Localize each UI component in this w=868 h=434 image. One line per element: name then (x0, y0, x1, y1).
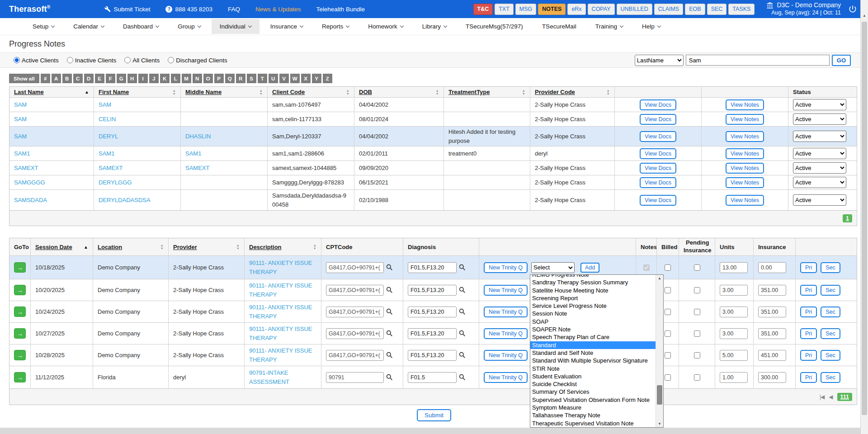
alphabet-letter-button[interactable]: E (95, 74, 104, 83)
claims-button[interactable]: CLAIMS (654, 4, 684, 15)
scroll-down-icon[interactable]: ▼ (656, 422, 663, 426)
view-docs-button[interactable]: View Docs (640, 195, 676, 206)
client-middle-name-link[interactable]: SAM1 (185, 150, 201, 157)
note-type-option[interactable]: Tallahassee Therapy Note (530, 411, 656, 419)
client-first-name-link[interactable]: SAM1 (99, 150, 114, 157)
nav-homework[interactable]: Homework (360, 19, 411, 34)
nav-reports[interactable]: Reports (314, 19, 357, 34)
page-scrollbar[interactable]: ▲ (860, 0, 868, 434)
pri-button[interactable]: Pri (800, 285, 817, 296)
goto-session-button[interactable]: → (14, 307, 26, 317)
billed-checkbox[interactable] (665, 287, 671, 293)
note-type-option[interactable]: Standard and Self Note (530, 349, 656, 357)
show-all-button[interactable]: Show all (9, 74, 39, 83)
alphabet-letter-button[interactable]: F (106, 74, 115, 83)
go-button[interactable]: GO (832, 55, 851, 66)
txt-button[interactable]: TXT (495, 4, 514, 15)
client-status-select[interactable]: Active (793, 99, 846, 110)
new-trinity-q-button[interactable]: New Trinity Q (484, 307, 528, 317)
new-trinity-q-button[interactable]: New Trinity Q (484, 262, 528, 273)
sessions-page-button[interactable]: 111 (837, 393, 852, 401)
client-last-name-link[interactable]: SAM1 (14, 150, 30, 157)
cpt-code-input[interactable] (326, 262, 384, 273)
scroll-up-icon[interactable]: ▲ (656, 276, 663, 280)
alphabet-letter-button[interactable]: R (236, 74, 245, 83)
view-notes-button[interactable]: View Notes (726, 163, 764, 174)
cpt-search-icon[interactable] (386, 264, 393, 271)
search-by-select[interactable]: LastName (635, 55, 684, 66)
diagnosis-input[interactable] (408, 262, 457, 273)
nav-insurance[interactable]: Insurance (262, 19, 311, 34)
alphabet-letter-button[interactable]: W (290, 74, 300, 83)
client-last-name-link[interactable]: SAM (14, 101, 27, 108)
phone-link[interactable]: ? 888 435 8203 (165, 6, 212, 13)
diagnosis-search-icon[interactable] (459, 308, 466, 315)
units-input[interactable] (720, 262, 748, 273)
note-type-option[interactable]: Suicide Checklist (530, 380, 656, 388)
alphabet-letter-button[interactable]: M (182, 74, 191, 83)
diagnosis-search-icon[interactable] (459, 374, 466, 381)
radio-active-clients-input[interactable] (14, 57, 20, 63)
note-type-option[interactable]: SOAPER Note (530, 326, 656, 333)
nav-group[interactable]: Group (170, 19, 209, 34)
scroll-up-icon[interactable]: ▲ (861, 14, 868, 18)
pending-insurance-checkbox[interactable] (694, 330, 700, 337)
insurance-input[interactable] (758, 372, 786, 383)
billed-checkbox[interactable] (665, 330, 671, 337)
dropdown-scrollbar[interactable]: ▲ ▼ (656, 275, 663, 427)
alphabet-letter-button[interactable]: S (247, 74, 256, 83)
cpt-search-icon[interactable] (386, 287, 393, 293)
billed-checkbox[interactable] (665, 309, 671, 315)
note-type-option[interactable]: Summary Of Services (530, 388, 656, 396)
col-header-client-code[interactable]: Client Code▲▼ (268, 87, 354, 97)
alphabet-letter-button[interactable]: I (138, 74, 148, 83)
cpt-search-icon[interactable] (386, 330, 393, 337)
submit-ticket-link[interactable]: Submit Ticket (104, 6, 150, 13)
tc-button[interactable]: T&C (473, 4, 493, 15)
alphabet-letter-button[interactable]: X (301, 74, 311, 83)
note-type-option[interactable]: Screening Report (530, 294, 656, 302)
cpt-code-input[interactable] (326, 350, 384, 361)
first-page-icon[interactable]: |◀ (820, 394, 824, 400)
view-notes-button[interactable]: View Notes (726, 131, 764, 142)
goto-session-button[interactable]: → (14, 350, 26, 360)
client-last-name-link[interactable]: SAMGGGG (14, 179, 45, 186)
news-updates-link[interactable]: News & Updates (255, 6, 301, 13)
client-last-name-link[interactable]: SAM (14, 133, 27, 140)
radio-inactive-clients[interactable]: Inactive Clients (67, 57, 117, 64)
sec-button[interactable]: Sec (821, 350, 840, 361)
client-first-name-link[interactable]: SAMEXT (99, 165, 123, 171)
col-header-last-name[interactable]: Last Name▲ (9, 87, 94, 97)
nav-library[interactable]: Library (414, 19, 455, 34)
note-type-option[interactable]: Standard (530, 341, 656, 349)
radio-discharged-clients-input[interactable] (168, 57, 174, 63)
billed-checkbox[interactable] (665, 264, 671, 271)
alphabet-letter-button[interactable]: # (41, 74, 50, 83)
cpt-search-icon[interactable] (386, 308, 393, 315)
client-middle-name-link[interactable]: DHASLIN (185, 133, 211, 140)
client-last-name-link[interactable]: SAMSDADA (14, 197, 47, 203)
note-type-option[interactable]: Therapeutic Supervised Visitation Note (530, 420, 656, 427)
billed-checkbox[interactable] (665, 352, 671, 359)
cpt-search-icon[interactable] (386, 352, 393, 359)
diagnosis-input[interactable] (408, 372, 457, 383)
col-header-location[interactable]: Location▲▼ (93, 238, 169, 255)
nav-help[interactable]: Help (634, 19, 669, 34)
insurance-input[interactable] (758, 350, 786, 361)
units-input[interactable] (720, 307, 748, 317)
note-type-option[interactable]: Symptom Measure (530, 404, 656, 411)
alphabet-letter-button[interactable]: L (171, 74, 180, 83)
note-type-option[interactable]: Satellite House Meeting Note (530, 287, 656, 294)
pri-button[interactable]: Pri (800, 350, 817, 361)
client-first-name-link[interactable]: CELIN (99, 116, 116, 123)
alphabet-letter-button[interactable]: V (279, 74, 289, 83)
col-header-session-date[interactable]: Session Date▲ (31, 238, 93, 255)
session-description-link[interactable]: 90111- ANXIETY ISSUE THERAPY (249, 281, 316, 299)
col-header-description[interactable]: Description▲▼ (245, 238, 321, 255)
diagnosis-input[interactable] (408, 307, 457, 317)
cpt-code-input[interactable] (326, 328, 384, 339)
view-notes-button[interactable]: View Notes (726, 114, 764, 125)
radio-inactive-clients-input[interactable] (67, 57, 73, 63)
pri-button[interactable]: Pri (800, 372, 817, 383)
submit-button[interactable]: Submit (417, 409, 451, 421)
